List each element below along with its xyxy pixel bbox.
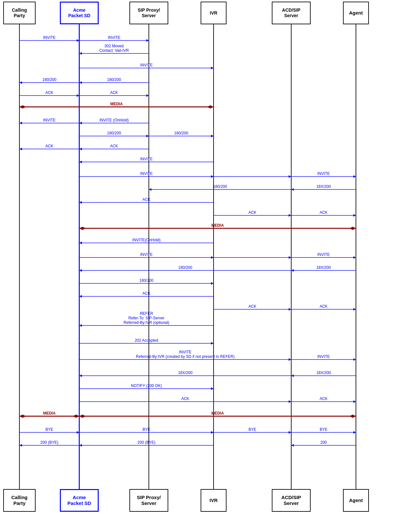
svg-marker-169 xyxy=(291,444,294,447)
svg-text:BYE: BYE xyxy=(45,427,53,432)
svg-marker-10 xyxy=(146,39,149,42)
svg-text:INVITE: INVITE xyxy=(43,35,56,40)
svg-marker-54 xyxy=(79,161,82,163)
svg-text:Refer-To: SIP-Server: Refer-To: SIP-Server xyxy=(128,316,164,320)
svg-text:INVITE: INVITE xyxy=(140,63,153,67)
svg-text:INVITE: INVITE xyxy=(317,171,330,176)
svg-marker-45 xyxy=(211,135,214,137)
svg-text:INVITE: INVITE xyxy=(140,171,153,176)
svg-text:MEDIA: MEDIA xyxy=(211,223,224,228)
svg-text:BYE: BYE xyxy=(320,427,327,432)
svg-marker-80 xyxy=(79,227,86,230)
svg-marker-157 xyxy=(289,431,291,434)
svg-marker-160 xyxy=(353,431,356,434)
entity-bottom-acme_b: AcmePacket SD xyxy=(60,489,99,512)
svg-marker-65 xyxy=(149,188,151,191)
svg-text:INVITE(OnHold): INVITE(OnHold) xyxy=(132,238,160,242)
svg-marker-147 xyxy=(79,415,86,418)
svg-text:180/200: 180/200 xyxy=(107,131,121,135)
svg-text:Referred-By:IVR (optional): Referred-By:IVR (optional) xyxy=(124,320,169,325)
svg-text:ACK: ACK xyxy=(320,396,328,401)
svg-marker-143 xyxy=(19,415,26,418)
svg-text:ACK: ACK xyxy=(249,304,257,309)
svg-text:ACK: ACK xyxy=(142,197,150,202)
svg-marker-144 xyxy=(73,415,79,418)
svg-text:ACK: ACK xyxy=(110,90,118,95)
entity-ivr: IVR xyxy=(201,2,227,24)
svg-text:Contact: Vail-IVR: Contact: Vail-IVR xyxy=(99,48,129,53)
entity-sip: SIP Proxy/Server xyxy=(129,2,168,24)
svg-marker-26 xyxy=(77,94,79,97)
svg-marker-154 xyxy=(211,431,214,434)
entity-acme: AcmePacket SD xyxy=(60,2,99,24)
svg-marker-13 xyxy=(79,52,82,55)
svg-marker-131 xyxy=(291,374,294,377)
svg-marker-32 xyxy=(19,105,26,109)
svg-marker-151 xyxy=(77,431,79,434)
svg-text:INVITE (OnHold): INVITE (OnHold) xyxy=(99,118,129,122)
svg-text:18X/200: 18X/200 xyxy=(316,371,331,375)
svg-marker-51 xyxy=(19,148,22,150)
entity-bottom-acd_b: ACD/SIPServer xyxy=(272,489,311,512)
svg-text:INVITE: INVITE xyxy=(108,35,120,40)
svg-text:ACK: ACK xyxy=(320,304,328,309)
svg-text:BYE: BYE xyxy=(249,427,256,432)
svg-text:MEDIA: MEDIA xyxy=(211,411,224,416)
svg-text:202 Accepted: 202 Accepted xyxy=(135,338,158,343)
svg-marker-74 xyxy=(289,214,291,217)
svg-marker-29 xyxy=(146,94,149,97)
svg-marker-121 xyxy=(289,358,291,361)
svg-text:18X/200: 18X/200 xyxy=(178,371,193,375)
svg-marker-128 xyxy=(79,374,82,377)
svg-marker-68 xyxy=(291,188,294,191)
svg-marker-36 xyxy=(19,122,22,124)
svg-marker-163 xyxy=(19,444,22,447)
svg-text:ACK: ACK xyxy=(45,90,53,95)
svg-marker-140 xyxy=(353,400,356,403)
svg-marker-17 xyxy=(211,67,214,69)
svg-text:INVITE: INVITE xyxy=(179,350,192,354)
svg-text:200 (BYE): 200 (BYE) xyxy=(40,440,58,445)
entity-bottom-agent_b: Agent xyxy=(343,489,369,512)
svg-marker-48 xyxy=(79,148,82,150)
entity-bottom-calling_b: CallingParty xyxy=(3,489,36,512)
svg-marker-118 xyxy=(211,342,214,345)
svg-text:302 Moved: 302 Moved xyxy=(105,44,124,48)
svg-text:ACK: ACK xyxy=(110,144,118,148)
svg-marker-20 xyxy=(79,81,82,84)
svg-marker-23 xyxy=(19,81,22,84)
svg-marker-104 xyxy=(79,295,82,298)
svg-text:BYE: BYE xyxy=(142,427,150,432)
svg-text:180/200: 180/200 xyxy=(42,77,57,82)
svg-marker-113 xyxy=(79,324,82,327)
svg-text:Referred-By:IVR (created by SD: Referred-By:IVR (created by SD if not pr… xyxy=(136,354,235,359)
svg-text:REFER: REFER xyxy=(140,311,153,316)
svg-marker-81 xyxy=(349,227,356,230)
svg-marker-101 xyxy=(211,282,214,285)
svg-marker-125 xyxy=(353,358,356,361)
svg-marker-92 xyxy=(353,256,356,259)
svg-text:200 (BYE): 200 (BYE) xyxy=(138,440,155,445)
svg-marker-137 xyxy=(289,400,291,403)
svg-marker-7 xyxy=(77,39,79,42)
svg-marker-71 xyxy=(79,201,82,204)
svg-text:NOTIFY (200 OK): NOTIFY (200 OK) xyxy=(131,383,162,388)
svg-text:INVITE: INVITE xyxy=(43,118,56,122)
svg-text:INVITE: INVITE xyxy=(317,252,330,257)
svg-marker-107 xyxy=(289,308,291,311)
svg-text:180/200: 180/200 xyxy=(174,131,188,135)
svg-text:MEDIA: MEDIA xyxy=(43,411,56,416)
entity-agent: Agent xyxy=(343,2,369,24)
svg-marker-60 xyxy=(289,175,291,178)
svg-text:ACK: ACK xyxy=(181,396,189,401)
entity-acd: ACD/SIPServer xyxy=(272,2,311,24)
entity-bottom-ivr_b: IVR xyxy=(201,489,227,512)
svg-text:ACK: ACK xyxy=(142,291,150,296)
svg-marker-95 xyxy=(79,269,82,272)
svg-marker-84 xyxy=(79,242,82,244)
svg-text:ACK: ACK xyxy=(320,210,328,215)
entity-bottom-sip_b: SIP Proxy/Server xyxy=(129,489,168,512)
svg-text:200: 200 xyxy=(320,440,327,445)
svg-text:INVITE: INVITE xyxy=(317,354,330,359)
svg-text:180/200: 180/200 xyxy=(107,77,121,82)
